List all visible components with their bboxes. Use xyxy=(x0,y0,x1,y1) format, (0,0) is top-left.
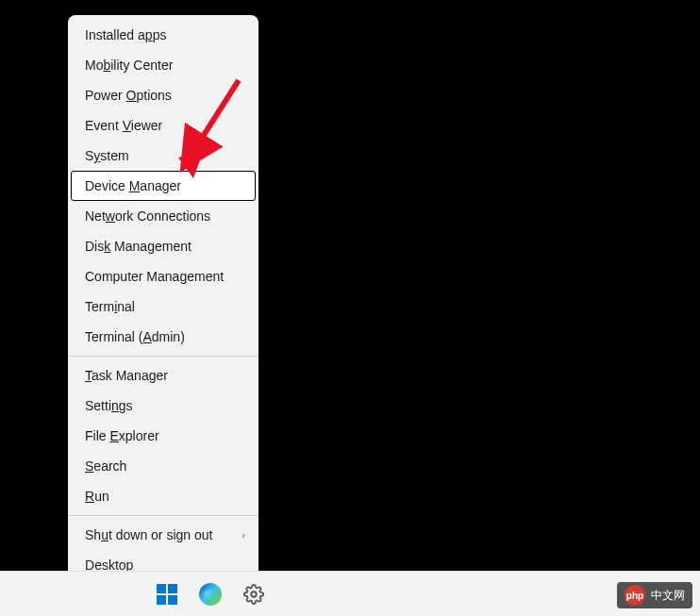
watermark: php 中文网 xyxy=(617,582,692,608)
watermark-text: 中文网 xyxy=(651,588,685,604)
menu-disk-management[interactable]: Disk Management xyxy=(71,231,256,261)
menu-item-label: Task Manager xyxy=(85,368,168,383)
menu-search[interactable]: Search xyxy=(71,451,256,481)
menu-item-label: Network Connections xyxy=(85,208,210,224)
menu-separator xyxy=(68,356,258,357)
menu-item-label: System xyxy=(85,148,129,163)
menu-installed-apps[interactable]: Installed apps xyxy=(71,20,256,50)
menu-item-label: Terminal xyxy=(85,299,135,314)
menu-item-label: Event Viewer xyxy=(85,118,162,133)
menu-item-label: Settings xyxy=(85,398,133,413)
menu-settings[interactable]: Settings xyxy=(71,391,256,421)
menu-item-label: Run xyxy=(85,489,109,504)
start-button[interactable] xyxy=(149,576,185,612)
svg-point-3 xyxy=(251,591,257,597)
settings-taskbar-button[interactable] xyxy=(236,576,272,612)
menu-item-label: Shut down or sign out xyxy=(85,527,212,542)
menu-file-explorer[interactable]: File Explorer xyxy=(71,421,256,451)
menu-item-label: Device Manager xyxy=(85,178,181,193)
menu-separator xyxy=(68,515,258,516)
menu-terminal-admin[interactable]: Terminal (Admin) xyxy=(71,322,256,352)
menu-mobility-center[interactable]: Mobility Center xyxy=(71,50,256,80)
menu-task-manager[interactable]: Task Manager xyxy=(71,360,256,391)
taskbar xyxy=(0,571,700,616)
menu-power-options[interactable]: Power Options xyxy=(71,80,256,110)
menu-item-label: Search xyxy=(85,458,126,474)
menu-system[interactable]: System xyxy=(71,141,256,171)
windows-logo-icon xyxy=(157,584,177,605)
menu-device-manager[interactable]: Device Manager xyxy=(71,171,256,201)
menu-shutdown-signout[interactable]: Shut down or sign out› xyxy=(71,520,256,550)
watermark-logo-icon: php xyxy=(625,585,645,606)
menu-item-label: Disk Management xyxy=(85,239,192,254)
menu-item-label: File Explorer xyxy=(85,428,159,443)
chevron-right-icon: › xyxy=(242,529,245,541)
menu-item-label: Mobility Center xyxy=(85,58,173,73)
menu-item-label: Power Options xyxy=(85,88,172,103)
menu-run[interactable]: Run xyxy=(71,481,256,511)
menu-computer-management[interactable]: Computer Management xyxy=(71,261,256,291)
menu-item-label: Installed apps xyxy=(85,27,166,42)
menu-event-viewer[interactable]: Event Viewer xyxy=(71,110,256,141)
edge-taskbar-button[interactable] xyxy=(192,576,228,612)
gear-icon xyxy=(242,583,265,606)
winx-context-menu: Installed appsMobility CenterPower Optio… xyxy=(68,15,258,585)
menu-item-label: Terminal (Admin) xyxy=(85,329,185,344)
menu-terminal[interactable]: Terminal xyxy=(71,291,256,322)
edge-icon xyxy=(199,583,222,606)
menu-item-label: Computer Management xyxy=(85,269,224,284)
menu-network-connections[interactable]: Network Connections xyxy=(71,201,256,231)
